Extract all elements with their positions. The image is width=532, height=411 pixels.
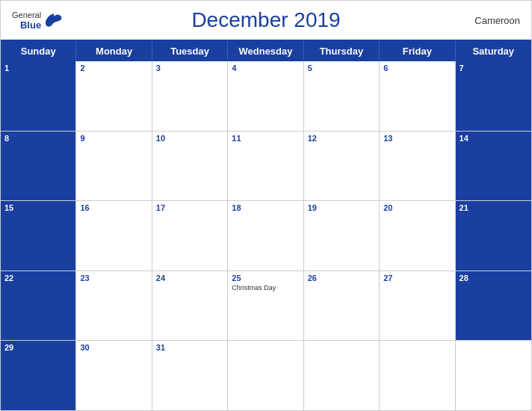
day-cell-0-6: 7 — [456, 61, 531, 131]
day-headers-row: Sunday Monday Tuesday Wednesday Thursday… — [1, 41, 531, 61]
day-number-3-6: 28 — [460, 274, 528, 282]
logo-general: General — [12, 10, 41, 19]
day-number-2-4: 19 — [308, 203, 375, 212]
day-number-2-0: 15 — [4, 203, 72, 212]
header-wednesday: Wednesday — [228, 41, 303, 61]
header-thursday: Thursday — [304, 41, 380, 61]
week-row-1: 1234567 — [1, 61, 531, 132]
day-cell-4-3 — [228, 341, 303, 410]
day-cell-2-4: 19 — [304, 201, 380, 271]
day-number-1-2: 10 — [156, 134, 223, 143]
day-number-1-4: 12 — [308, 134, 375, 143]
day-number-0-2: 3 — [156, 64, 223, 72]
logo-wrapper: General Blue — [12, 10, 64, 31]
day-number-1-1: 9 — [80, 134, 147, 143]
day-cell-2-2: 17 — [152, 201, 228, 271]
day-cell-4-5 — [380, 341, 455, 410]
header-monday: Monday — [76, 41, 152, 61]
day-number-3-3: 25 — [232, 274, 299, 282]
day-number-3-0: 22 — [4, 274, 72, 282]
day-number-0-3: 4 — [232, 64, 299, 72]
day-cell-2-0: 15 — [1, 201, 76, 271]
day-number-2-1: 16 — [80, 203, 147, 212]
calendar-grid: Sunday Monday Tuesday Wednesday Thursday… — [1, 40, 531, 410]
day-cell-3-6: 28 — [456, 271, 531, 341]
header-tuesday: Tuesday — [152, 41, 228, 61]
day-number-3-2: 24 — [156, 274, 223, 282]
day-number-0-5: 6 — [383, 64, 451, 72]
day-cell-3-3: 25Christmas Day — [228, 271, 303, 341]
logo-area: General Blue — [12, 10, 64, 31]
country-label: Cameroon — [474, 15, 520, 26]
day-cell-4-0: 29 — [1, 341, 76, 410]
day-cell-2-6: 21 — [456, 201, 531, 271]
day-number-1-6: 14 — [460, 134, 528, 143]
day-cell-2-5: 20 — [380, 201, 455, 271]
day-cell-2-3: 18 — [228, 201, 303, 271]
day-cell-3-0: 22 — [1, 271, 76, 341]
day-cell-1-0: 8 — [1, 132, 76, 201]
day-cell-0-4: 5 — [304, 61, 380, 131]
holiday-label-3-3: Christmas Day — [232, 284, 299, 291]
day-cell-0-3: 4 — [228, 61, 303, 131]
day-cell-0-0: 1 — [1, 61, 76, 131]
day-number-0-0: 1 — [4, 64, 72, 72]
day-number-1-3: 11 — [232, 134, 299, 143]
day-cell-4-2: 31 — [152, 341, 228, 410]
day-number-1-0: 8 — [4, 134, 72, 143]
day-number-2-2: 17 — [156, 203, 223, 212]
calendar-header: General Blue December 2019 Cameroon — [1, 1, 531, 40]
week-row-2: 891011121314 — [1, 132, 531, 202]
logo-text: General Blue — [12, 10, 41, 31]
day-cell-1-3: 11 — [228, 132, 303, 201]
logo-bird-icon — [43, 12, 64, 28]
day-number-4-2: 31 — [156, 343, 223, 352]
day-number-4-1: 30 — [80, 343, 147, 352]
day-number-0-1: 2 — [80, 64, 147, 72]
day-number-0-6: 7 — [460, 64, 528, 72]
day-number-1-5: 13 — [383, 134, 451, 143]
day-cell-4-4 — [304, 341, 380, 410]
week-row-5: 293031 — [1, 341, 531, 410]
day-number-2-6: 21 — [460, 203, 528, 212]
month-title: December 2019 — [191, 8, 340, 32]
day-number-3-5: 27 — [383, 274, 451, 282]
day-number-4-0: 29 — [4, 343, 72, 352]
day-cell-2-1: 16 — [76, 201, 152, 271]
week-row-3: 15161718192021 — [1, 201, 531, 271]
header-saturday: Saturday — [456, 41, 531, 61]
logo-blue: Blue — [20, 19, 41, 31]
day-cell-0-1: 2 — [76, 61, 152, 131]
day-cell-0-5: 6 — [380, 61, 455, 131]
day-cell-3-4: 26 — [304, 271, 380, 341]
day-cell-0-2: 3 — [152, 61, 228, 131]
week-row-4: 22232425Christmas Day262728 — [1, 271, 531, 342]
day-number-0-4: 5 — [308, 64, 375, 72]
day-cell-1-5: 13 — [380, 132, 455, 201]
calendar-container: General Blue December 2019 Cameroon Sund… — [0, 0, 532, 411]
weeks-container: 1234567891011121314151617181920212223242… — [1, 61, 531, 410]
day-cell-1-4: 12 — [304, 132, 380, 201]
day-cell-1-6: 14 — [456, 132, 531, 201]
day-number-3-4: 26 — [308, 274, 375, 282]
day-number-2-3: 18 — [232, 203, 299, 212]
day-cell-4-1: 30 — [76, 341, 152, 410]
day-number-2-5: 20 — [383, 203, 451, 212]
header-friday: Friday — [380, 41, 455, 61]
day-cell-4-6 — [456, 341, 531, 410]
day-cell-1-1: 9 — [76, 132, 152, 201]
day-cell-3-5: 27 — [380, 271, 455, 341]
day-cell-3-1: 23 — [76, 271, 152, 341]
header-sunday: Sunday — [1, 41, 76, 61]
day-number-3-1: 23 — [80, 274, 147, 282]
day-cell-1-2: 10 — [152, 132, 228, 201]
day-cell-3-2: 24 — [152, 271, 228, 341]
